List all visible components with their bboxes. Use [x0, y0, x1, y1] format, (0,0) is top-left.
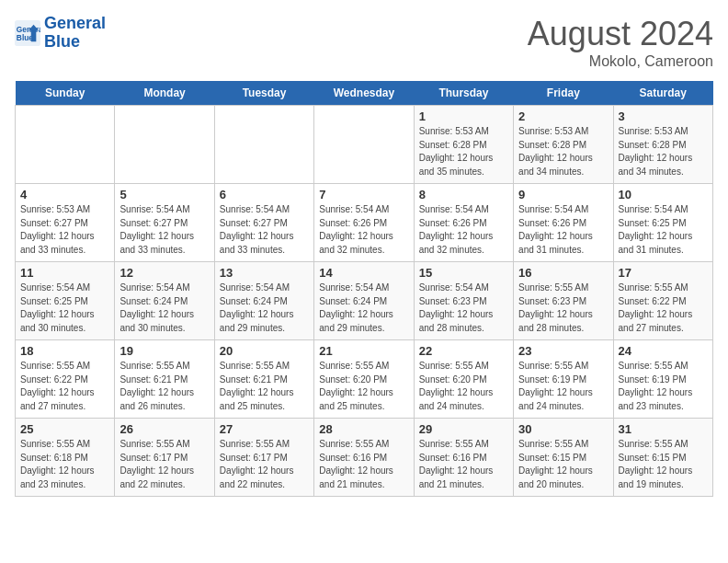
- date-number: 15: [419, 266, 508, 280]
- page-header: General Blue General Blue August 2024 Mo…: [15, 15, 713, 70]
- calendar-cell: 28Sunrise: 5:55 AMSunset: 6:16 PMDayligh…: [314, 419, 414, 497]
- calendar-cell: 20Sunrise: 5:55 AMSunset: 6:21 PMDayligh…: [214, 340, 313, 419]
- calendar-cell: 5Sunrise: 5:54 AMSunset: 6:27 PMDaylight…: [115, 184, 214, 262]
- date-number: 3: [619, 109, 708, 123]
- date-number: 11: [20, 266, 109, 280]
- date-number: 24: [619, 344, 708, 358]
- calendar-cell: [115, 106, 214, 184]
- cell-info: Sunrise: 5:53 AMSunset: 6:28 PMDaylight:…: [619, 125, 708, 178]
- cell-info: Sunrise: 5:53 AMSunset: 6:27 PMDaylight:…: [20, 203, 109, 257]
- date-number: 10: [619, 188, 708, 201]
- calendar-cell: 27Sunrise: 5:55 AMSunset: 6:17 PMDayligh…: [214, 419, 313, 497]
- header-monday: Monday: [115, 81, 214, 106]
- month-title: August 2024: [528, 15, 713, 53]
- calendar-body: 1Sunrise: 5:53 AMSunset: 6:28 PMDaylight…: [16, 106, 713, 497]
- cell-info: Sunrise: 5:54 AMSunset: 6:26 PMDaylight:…: [419, 203, 508, 257]
- date-number: 2: [518, 109, 608, 123]
- cell-info: Sunrise: 5:55 AMSunset: 6:17 PMDaylight:…: [220, 438, 309, 491]
- header-tuesday: Tuesday: [214, 81, 313, 106]
- date-number: 30: [518, 422, 608, 436]
- cell-info: Sunrise: 5:54 AMSunset: 6:26 PMDaylight:…: [319, 203, 408, 257]
- date-number: 19: [119, 344, 209, 358]
- week-row-5: 25Sunrise: 5:55 AMSunset: 6:18 PMDayligh…: [16, 419, 713, 497]
- calendar-cell: 19Sunrise: 5:55 AMSunset: 6:21 PMDayligh…: [115, 340, 214, 419]
- calendar-cell: [214, 106, 313, 184]
- cell-info: Sunrise: 5:54 AMSunset: 6:23 PMDaylight:…: [419, 282, 508, 335]
- week-row-4: 18Sunrise: 5:55 AMSunset: 6:22 PMDayligh…: [16, 340, 713, 419]
- calendar-cell: 13Sunrise: 5:54 AMSunset: 6:24 PMDayligh…: [214, 262, 313, 340]
- date-number: 13: [220, 266, 309, 280]
- logo: General Blue General Blue: [15, 15, 106, 52]
- calendar-cell: 18Sunrise: 5:55 AMSunset: 6:22 PMDayligh…: [16, 340, 115, 419]
- calendar-cell: 22Sunrise: 5:55 AMSunset: 6:20 PMDayligh…: [414, 340, 513, 419]
- calendar-cell: 12Sunrise: 5:54 AMSunset: 6:24 PMDayligh…: [115, 262, 214, 340]
- cell-info: Sunrise: 5:55 AMSunset: 6:15 PMDaylight:…: [518, 438, 608, 491]
- date-number: 4: [20, 188, 109, 201]
- date-number: 7: [319, 188, 408, 201]
- cell-info: Sunrise: 5:54 AMSunset: 6:26 PMDaylight:…: [518, 203, 608, 257]
- week-row-1: 1Sunrise: 5:53 AMSunset: 6:28 PMDaylight…: [16, 106, 713, 184]
- calendar-cell: 8Sunrise: 5:54 AMSunset: 6:26 PMDaylight…: [414, 184, 513, 262]
- cell-info: Sunrise: 5:54 AMSunset: 6:25 PMDaylight:…: [619, 203, 708, 257]
- calendar-cell: 4Sunrise: 5:53 AMSunset: 6:27 PMDaylight…: [16, 184, 115, 262]
- cell-info: Sunrise: 5:55 AMSunset: 6:16 PMDaylight:…: [419, 438, 508, 491]
- calendar-cell: 3Sunrise: 5:53 AMSunset: 6:28 PMDaylight…: [613, 106, 712, 184]
- cell-info: Sunrise: 5:54 AMSunset: 6:27 PMDaylight:…: [220, 203, 309, 257]
- date-number: 12: [119, 266, 209, 280]
- calendar-table: Sunday Monday Tuesday Wednesday Thursday…: [15, 81, 713, 497]
- date-number: 21: [319, 344, 408, 358]
- calendar-cell: 24Sunrise: 5:55 AMSunset: 6:19 PMDayligh…: [613, 340, 712, 419]
- date-number: 31: [619, 422, 708, 436]
- cell-info: Sunrise: 5:55 AMSunset: 6:19 PMDaylight:…: [518, 360, 608, 413]
- date-number: 9: [518, 188, 608, 201]
- date-number: 20: [220, 344, 309, 358]
- date-number: 5: [119, 188, 209, 201]
- date-number: 14: [319, 266, 408, 280]
- cell-info: Sunrise: 5:54 AMSunset: 6:24 PMDaylight:…: [119, 282, 209, 335]
- calendar-cell: 1Sunrise: 5:53 AMSunset: 6:28 PMDaylight…: [414, 106, 513, 184]
- cell-info: Sunrise: 5:55 AMSunset: 6:20 PMDaylight:…: [319, 360, 408, 413]
- date-number: 1: [419, 109, 508, 123]
- cell-info: Sunrise: 5:53 AMSunset: 6:28 PMDaylight:…: [518, 125, 608, 178]
- header-sunday: Sunday: [16, 81, 115, 106]
- date-number: 28: [319, 422, 408, 436]
- cell-info: Sunrise: 5:55 AMSunset: 6:18 PMDaylight:…: [20, 438, 109, 491]
- calendar-cell: 2Sunrise: 5:53 AMSunset: 6:28 PMDaylight…: [514, 106, 613, 184]
- calendar-cell: 14Sunrise: 5:54 AMSunset: 6:24 PMDayligh…: [314, 262, 414, 340]
- date-number: 6: [220, 188, 309, 201]
- logo-text: General Blue: [44, 15, 106, 52]
- calendar-cell: 16Sunrise: 5:55 AMSunset: 6:23 PMDayligh…: [514, 262, 613, 340]
- cell-info: Sunrise: 5:55 AMSunset: 6:15 PMDaylight:…: [619, 438, 708, 491]
- header-friday: Friday: [514, 81, 613, 106]
- cell-info: Sunrise: 5:54 AMSunset: 6:27 PMDaylight:…: [119, 203, 209, 257]
- calendar-cell: 29Sunrise: 5:55 AMSunset: 6:16 PMDayligh…: [414, 419, 513, 497]
- calendar-cell: 21Sunrise: 5:55 AMSunset: 6:20 PMDayligh…: [314, 340, 414, 419]
- cell-info: Sunrise: 5:54 AMSunset: 6:24 PMDaylight:…: [220, 282, 309, 335]
- date-number: 16: [518, 266, 608, 280]
- title-block: August 2024 Mokolo, Cameroon: [528, 15, 713, 70]
- cell-info: Sunrise: 5:55 AMSunset: 6:16 PMDaylight:…: [319, 438, 408, 491]
- calendar-cell: 23Sunrise: 5:55 AMSunset: 6:19 PMDayligh…: [514, 340, 613, 419]
- calendar-cell: 6Sunrise: 5:54 AMSunset: 6:27 PMDaylight…: [214, 184, 313, 262]
- cell-info: Sunrise: 5:55 AMSunset: 6:22 PMDaylight:…: [619, 282, 708, 335]
- calendar-cell: 30Sunrise: 5:55 AMSunset: 6:15 PMDayligh…: [514, 419, 613, 497]
- header-thursday: Thursday: [414, 81, 513, 106]
- header-saturday: Saturday: [613, 81, 712, 106]
- cell-info: Sunrise: 5:53 AMSunset: 6:28 PMDaylight:…: [419, 125, 508, 178]
- cell-info: Sunrise: 5:55 AMSunset: 6:17 PMDaylight:…: [119, 438, 209, 491]
- cell-info: Sunrise: 5:54 AMSunset: 6:24 PMDaylight:…: [319, 282, 408, 335]
- date-number: 23: [518, 344, 608, 358]
- cell-info: Sunrise: 5:55 AMSunset: 6:23 PMDaylight:…: [518, 282, 608, 335]
- date-number: 8: [419, 188, 508, 201]
- date-number: 25: [20, 422, 109, 436]
- date-number: 18: [20, 344, 109, 358]
- date-number: 22: [419, 344, 508, 358]
- calendar-cell: 17Sunrise: 5:55 AMSunset: 6:22 PMDayligh…: [613, 262, 712, 340]
- logo-icon: General Blue: [15, 20, 40, 46]
- header-row: Sunday Monday Tuesday Wednesday Thursday…: [16, 81, 713, 106]
- calendar-cell: [314, 106, 414, 184]
- location: Mokolo, Cameroon: [528, 53, 713, 70]
- calendar-cell: 26Sunrise: 5:55 AMSunset: 6:17 PMDayligh…: [115, 419, 214, 497]
- calendar-cell: 31Sunrise: 5:55 AMSunset: 6:15 PMDayligh…: [613, 419, 712, 497]
- date-number: 17: [619, 266, 708, 280]
